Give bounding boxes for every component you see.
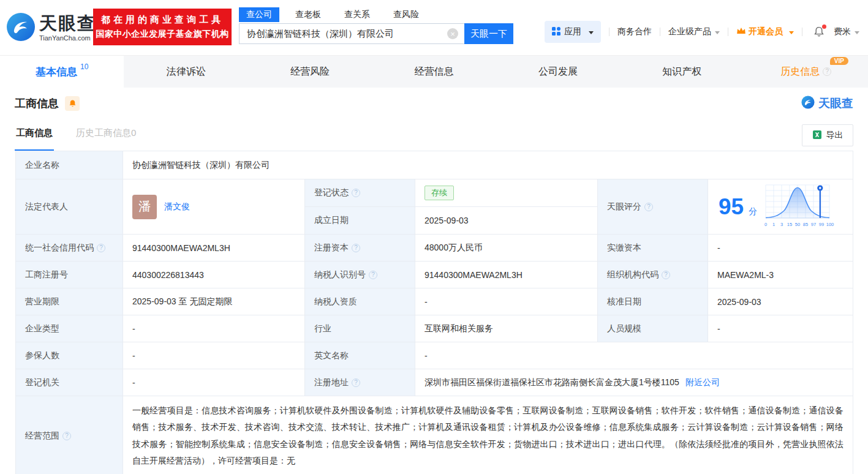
svg-text:0: 0	[764, 222, 767, 227]
apps-menu[interactable]: 应用	[545, 21, 601, 43]
help-icon[interactable]	[823, 67, 831, 76]
table-row: 统一社会信用代码 91440300MAEWA2ML3H 注册资本 48000万人…	[16, 235, 853, 261]
tab-legal-litigation[interactable]: 法律诉讼	[124, 56, 247, 88]
export-button[interactable]: 导出	[802, 124, 853, 146]
tab-basic-info[interactable]: 基本信息 10	[0, 56, 124, 88]
legal-rep-link[interactable]: 潘文俊	[164, 201, 190, 213]
field-label: 法定代表人	[16, 179, 123, 235]
field-label: 统一社会信用代码	[16, 235, 123, 261]
establish-date-value: 2025-09-03	[415, 207, 598, 235]
field-label: 行业	[305, 315, 415, 342]
field-label: 天眼评分	[598, 179, 708, 235]
section-header: 工商信息 天眼查	[0, 88, 868, 119]
tab-label: 经营风险	[290, 66, 330, 78]
table-row: 工商注册号 440300226813443 纳税人识别号 91440300MAE…	[16, 261, 853, 288]
table-row: 企业名称 协创瀛洲智链科技（深圳）有限公司	[16, 151, 853, 179]
help-icon[interactable]	[352, 189, 360, 197]
search-tab-company[interactable]: 查公司	[239, 7, 279, 22]
divider	[609, 28, 609, 36]
tab-operation-info[interactable]: 经营信息	[372, 56, 496, 88]
search-input[interactable]	[239, 23, 464, 44]
paid-capital-value: -	[708, 235, 853, 261]
field-label: 实缴资本	[598, 235, 708, 261]
help-icon[interactable]	[662, 271, 670, 279]
help-icon[interactable]	[644, 203, 653, 211]
industry-value: 互联网和相关服务	[415, 315, 598, 342]
watermark-logo: 天眼查	[801, 96, 853, 112]
tianyancha-logo-icon	[801, 96, 815, 112]
help-icon[interactable]	[97, 244, 105, 252]
open-vip-menu[interactable]: 开通会员	[736, 26, 794, 37]
help-icon[interactable]	[352, 244, 360, 252]
insured-count-value: -	[123, 342, 305, 369]
business-cooperation-link[interactable]: 商务合作	[617, 26, 652, 37]
subtab-business-info[interactable]: 工商信息	[15, 119, 54, 151]
field-label: 人员规模	[598, 315, 708, 342]
field-label: 纳税人识别号	[305, 261, 415, 288]
credit-code-value: 91440300MAEWA2ML3H	[123, 235, 305, 261]
status-badge: 存续	[425, 186, 454, 200]
table-row: 参保人数 - 英文名称 -	[16, 342, 853, 369]
tab-label: 法律诉讼	[167, 66, 206, 78]
field-label: 登记机关	[16, 369, 123, 396]
field-label: 企业类型	[16, 315, 123, 342]
apps-grid-icon	[552, 27, 560, 37]
divider	[802, 28, 802, 36]
help-icon[interactable]	[369, 271, 377, 279]
table-row: 营业期限 2025-09-03 至 无固定期限 纳税人资质 - 核准日期 202…	[16, 288, 853, 315]
tab-intellectual-property[interactable]: 知识产权	[620, 56, 744, 88]
field-label: 英文名称	[305, 342, 415, 369]
search-button[interactable]: 天眼一下	[464, 23, 513, 44]
table-row: 经营范围 一般经营项目是：信息技术咨询服务；计算机软硬件及外围设备制造；计算机软…	[16, 396, 853, 474]
top-nav: 应用 商务合作 企业级产品 开通会员 费米	[545, 21, 859, 43]
search-tab-risk[interactable]: 查风险	[386, 7, 426, 22]
monitor-bell-icon[interactable]	[65, 96, 80, 111]
field-label: 参保人数	[16, 342, 123, 369]
tab-history-info[interactable]: VIP 历史信息	[744, 56, 868, 88]
legal-rep-cell: 潘 潘文俊	[123, 179, 305, 235]
chevron-down-icon	[789, 31, 794, 37]
tab-operation-risk[interactable]: 经营风险	[248, 56, 372, 88]
user-menu[interactable]: 费米	[834, 26, 859, 37]
clear-search-icon[interactable]	[447, 28, 458, 39]
enterprise-products-menu[interactable]: 企业级产品	[668, 26, 720, 37]
reg-authority-value: -	[123, 369, 305, 396]
help-icon[interactable]	[62, 432, 71, 440]
field-label: 营业期限	[16, 288, 123, 315]
search-tab-boss[interactable]: 查老板	[288, 7, 328, 22]
business-scope-value: 一般经营项目是：信息技术咨询服务；计算机软硬件及外围设备制造；计算机软硬件及辅助…	[123, 396, 853, 474]
org-code-value: MAEWA2ML-3	[708, 261, 853, 288]
taxpayer-id-value: 91440300MAEWA2ML3H	[415, 261, 598, 288]
english-name-value: -	[415, 342, 853, 369]
subtabs-row: 工商信息 历史工商信息0 导出	[0, 119, 868, 151]
chevron-down-icon	[715, 31, 720, 37]
help-icon[interactable]	[352, 378, 360, 387]
tab-label: 知识产权	[662, 66, 701, 78]
field-label: 核准日期	[598, 288, 708, 315]
divider	[660, 28, 660, 36]
score-distribution-chart: 0 1 3 15 50 85 97 99 100	[762, 183, 834, 230]
subtab-history-business-info[interactable]: 历史工商信息0	[75, 119, 137, 151]
logo-subtitle: TianYanCha.com	[39, 34, 96, 42]
promo-line2: 国家中小企业发展子基金旗下机构	[96, 29, 229, 40]
field-label: 注册资本	[305, 235, 415, 261]
svg-text:3: 3	[780, 222, 783, 227]
table-row: 企业类型 - 行业 互联网和相关服务 人员规模 -	[16, 315, 853, 342]
table-row: 法定代表人 潘 潘文俊 登记状态 存续 天眼评分 95 分	[16, 179, 853, 207]
open-vip-label: 开通会员	[749, 26, 783, 37]
tyc-score-cell[interactable]: 95 分	[708, 179, 853, 235]
avatar[interactable]: 潘	[132, 195, 157, 219]
enterprise-products-label: 企业级产品	[668, 26, 711, 37]
svg-text:97: 97	[811, 222, 816, 227]
nearby-companies-link[interactable]: 附近公司	[685, 377, 720, 387]
score-unit: 分	[749, 206, 757, 217]
notifications-bell-icon[interactable]	[813, 26, 825, 38]
svg-text:85: 85	[803, 222, 808, 227]
company-name-value: 协创瀛洲智链科技（深圳）有限公司	[123, 151, 853, 179]
search-tab-relation[interactable]: 查关系	[337, 7, 377, 22]
staff-size-value: -	[708, 315, 853, 342]
field-label: 成立日期	[305, 207, 415, 235]
tab-company-development[interactable]: 公司发展	[496, 56, 620, 88]
field-label: 注册地址	[305, 369, 415, 396]
tianyancha-logo[interactable]: 天眼查 TianYanCha.com	[6, 12, 96, 44]
